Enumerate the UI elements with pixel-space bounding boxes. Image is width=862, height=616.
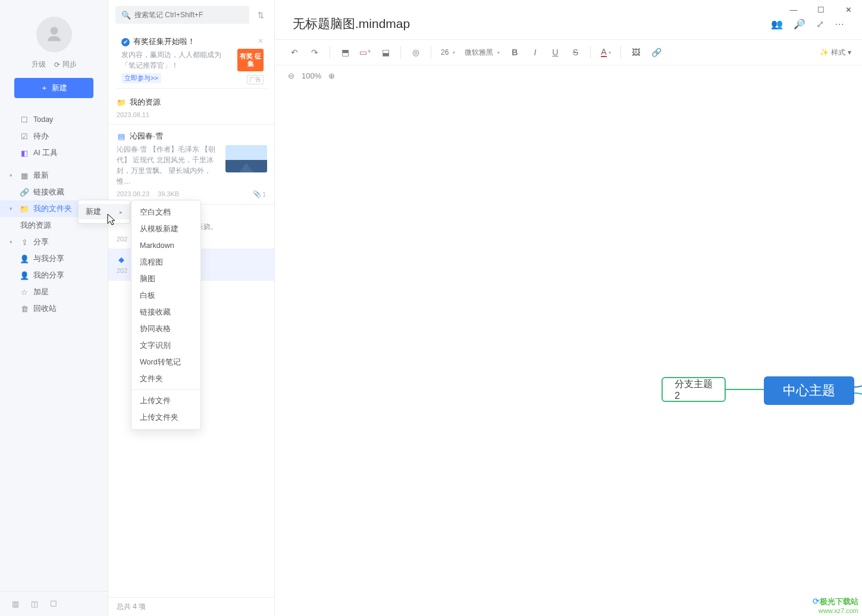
note-thumbnail xyxy=(225,145,267,172)
nav-link-fav[interactable]: 🔗链接收藏 xyxy=(0,184,108,200)
mindmap-branch-left[interactable]: 分支主题2 xyxy=(662,377,726,402)
editor-panel: — ☐ ✕ 无标题脑图.mindmap 👥 🔎 ⤢ ⋯ ↶ ↷ ⬒ ▭⁺ ⬓ ◎… xyxy=(275,0,862,616)
context-new[interactable]: 新建▸ xyxy=(79,204,130,219)
ctx-ocr[interactable]: 文字识别 xyxy=(131,337,200,354)
expand-icon[interactable]: ⤢ xyxy=(816,18,824,30)
context-menu-sub: 空白文档 从模板新建 Markdown 流程图 脑图 白板 链接收藏 协同表格 … xyxy=(131,200,201,430)
banner-close-icon[interactable]: ✕ xyxy=(258,37,264,45)
more-icon[interactable]: ⋯ xyxy=(835,18,844,30)
ctx-markdown[interactable]: Markdown xyxy=(131,237,200,254)
style-select[interactable]: ✨样式▾ xyxy=(820,48,851,58)
zoom-value: 100% xyxy=(302,71,321,80)
zoom-in-icon[interactable]: ⊕ xyxy=(328,71,335,80)
upgrade-button[interactable]: 升级 xyxy=(32,59,46,70)
font-color-button[interactable]: A▾ xyxy=(597,43,615,61)
ctx-collab-sheet[interactable]: 协同表格 xyxy=(131,320,200,337)
footer-layout-3-icon[interactable]: ☐ xyxy=(50,599,57,608)
bold-button[interactable]: B xyxy=(506,43,524,61)
avatar[interactable] xyxy=(36,17,72,52)
italic-button[interactable]: I xyxy=(526,43,544,61)
ctx-blank-doc[interactable]: 空白文档 xyxy=(131,204,200,221)
watermark: ⟳极光下载站 www.xz7.com xyxy=(813,597,858,615)
insert-parent-icon[interactable]: ⬓ xyxy=(377,43,394,61)
window-maximize-icon[interactable]: ☐ xyxy=(807,0,835,19)
left-sidebar: 升级 ⟳ 同步 ＋ 新建 ☐Today ☑待办 ◧AI 工具 ▾▦最新 🔗链接收… xyxy=(0,0,108,616)
nav-my-share[interactable]: 👤我的分享 xyxy=(0,267,108,284)
mindmap-canvas[interactable]: 中心主题 分支主题2 分支主题1 分支主题3 i xyxy=(275,86,862,616)
nav-starred[interactable]: ☆加星 xyxy=(0,284,108,300)
document-title[interactable]: 无标题脑图.mindmap xyxy=(293,15,410,32)
footer-layout-2-icon[interactable]: ◫ xyxy=(31,599,38,608)
list-footer: 总共 4 项 xyxy=(108,597,274,616)
nav-shared-with-me[interactable]: 👤与我分享 xyxy=(0,250,108,267)
ctx-upload-folder[interactable]: 上传文件夹 xyxy=(131,409,200,426)
note-item-doc[interactable]: ▤沁园春·雪 沁园春·雪 【作者】毛泽东 【朝代】 近现代 北国风光，千里冰封，… xyxy=(108,125,274,205)
ctx-folder[interactable]: 文件夹 xyxy=(131,370,200,387)
window-close-icon[interactable]: ✕ xyxy=(835,0,862,19)
search-icon: 🔍 xyxy=(121,11,131,20)
nav-trash[interactable]: 🗑回收站 xyxy=(0,300,108,317)
tag-icon[interactable]: ◎ xyxy=(407,43,425,61)
promo-banner[interactable]: ✔有奖征集开始啦！ 发内容，赢周边，人人都能成为「笔记推荐官」！ 立即参与>> … xyxy=(115,32,267,89)
note-item-folder[interactable]: 📁我的资源 2023.08.11 xyxy=(108,91,274,125)
font-size-select[interactable]: 26▾ xyxy=(437,43,459,61)
ctx-flowchart[interactable]: 流程图 xyxy=(131,254,200,271)
strike-button[interactable]: S xyxy=(566,43,584,61)
context-menu-parent: 新建▸ xyxy=(78,200,130,224)
nav-latest[interactable]: ▾▦最新 xyxy=(0,167,108,184)
search-input[interactable]: 🔍 xyxy=(115,6,249,24)
nav-ai[interactable]: ◧AI 工具 xyxy=(0,144,108,161)
ctx-link-fav[interactable]: 链接收藏 xyxy=(131,304,200,320)
toolbar: ↶ ↷ ⬒ ▭⁺ ⬓ ◎ 26▾ 微软雅黑▾ B I U S A▾ 🖼 🔗 ✨样… xyxy=(275,39,862,65)
nav-today[interactable]: ☐Today xyxy=(0,111,108,128)
sync-button[interactable]: ⟳ 同步 xyxy=(54,59,77,70)
ctx-whiteboard[interactable]: 白板 xyxy=(131,287,200,304)
window-minimize-icon[interactable]: — xyxy=(780,0,807,19)
nav-todo[interactable]: ☑待办 xyxy=(0,128,108,144)
share-people-icon[interactable]: 👥 xyxy=(771,18,783,30)
ctx-upload-file[interactable]: 上传文件 xyxy=(131,392,200,409)
undo-button[interactable]: ↶ xyxy=(286,43,303,61)
nav-share[interactable]: ▾⇪分享 xyxy=(0,234,108,250)
image-button[interactable]: 🖼 xyxy=(627,43,645,61)
redo-button[interactable]: ↷ xyxy=(306,43,324,61)
link-button[interactable]: 🔗 xyxy=(647,43,665,61)
mindmap-center-node[interactable]: 中心主题 xyxy=(764,376,854,405)
ctx-word-import[interactable]: Word转笔记 xyxy=(131,354,200,370)
banner-join-link[interactable]: 立即参与>> xyxy=(121,73,161,83)
attachment-icon: 📎1 xyxy=(253,190,266,198)
ctx-mindmap[interactable]: 脑图 xyxy=(131,271,200,287)
sort-button[interactable]: ⇅ xyxy=(254,8,267,21)
underline-button[interactable]: U xyxy=(546,43,564,61)
font-family-select[interactable]: 微软雅黑▾ xyxy=(461,43,503,61)
footer-layout-1-icon[interactable]: ▥ xyxy=(12,599,19,608)
insert-sibling-icon[interactable]: ▭⁺ xyxy=(356,43,374,61)
search-doc-icon[interactable]: 🔎 xyxy=(794,18,805,30)
new-button[interactable]: ＋ 新建 xyxy=(14,78,93,98)
insert-child-icon[interactable]: ⬒ xyxy=(336,43,354,61)
zoom-out-icon[interactable]: ⊖ xyxy=(288,71,294,80)
ctx-from-template[interactable]: 从模板新建 xyxy=(131,221,200,237)
ad-label: 广告 xyxy=(247,75,264,84)
banner-badge: 有奖 征集 xyxy=(237,49,264,71)
